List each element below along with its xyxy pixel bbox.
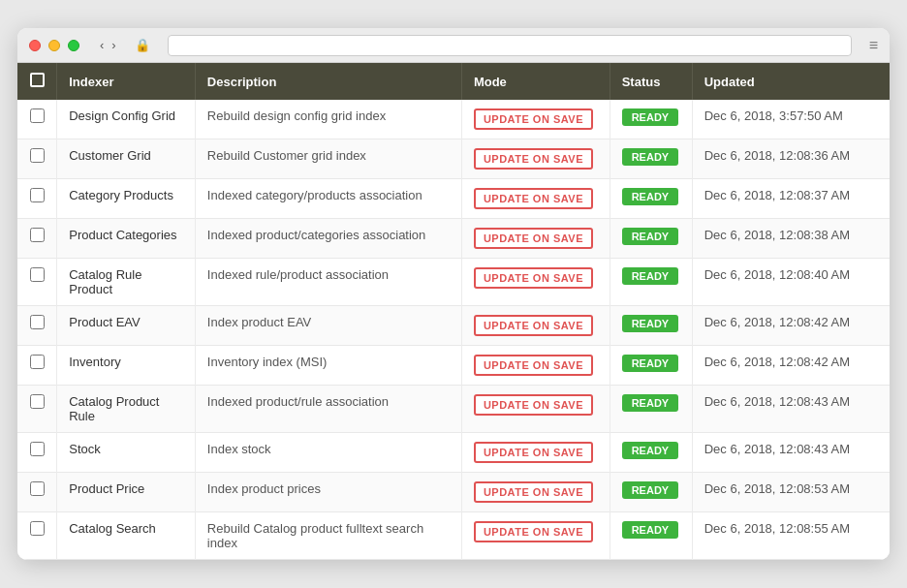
mode-badge: UPDATE ON SAVE	[474, 228, 593, 249]
table-row: Catalog Search Rebuild Catalog product f…	[17, 512, 890, 560]
select-all-header[interactable]	[17, 63, 57, 100]
col-status: Status	[610, 63, 692, 100]
row-checkbox[interactable]	[30, 188, 45, 202]
indexer-description: Index product EAV	[195, 306, 461, 346]
status-cell: READY	[610, 512, 692, 560]
row-checkbox[interactable]	[30, 521, 45, 536]
row-checkbox[interactable]	[30, 228, 45, 242]
updated-cell: Dec 6, 2018, 12:08:53 AM	[692, 473, 890, 512]
mode-badge: UPDATE ON SAVE	[474, 355, 593, 376]
back-button[interactable]: ‹	[97, 38, 107, 52]
titlebar: ‹ › 🔒 ≡	[17, 28, 890, 63]
table-row: Product EAV Index product EAV UPDATE ON …	[17, 306, 890, 346]
row-checkbox-cell[interactable]	[17, 433, 57, 473]
row-checkbox[interactable]	[30, 267, 45, 282]
updated-cell: Dec 6, 2018, 12:08:43 AM	[692, 433, 890, 473]
table-row: Catalog Rule Product Indexed rule/produc…	[17, 259, 890, 306]
status-badge: READY	[622, 228, 679, 245]
row-checkbox-cell[interactable]	[17, 473, 57, 512]
mode-badge: UPDATE ON SAVE	[474, 148, 593, 170]
indexer-name: Design Config Grid	[57, 100, 196, 139]
row-checkbox-cell[interactable]	[17, 139, 57, 179]
maximize-button[interactable]	[68, 40, 79, 51]
indexer-description: Indexed product/rule association	[195, 386, 461, 433]
status-badge: READY	[622, 315, 679, 332]
mode-badge: UPDATE ON SAVE	[474, 267, 593, 289]
status-badge: READY	[622, 267, 679, 285]
row-checkbox[interactable]	[30, 108, 45, 123]
mode-cell: UPDATE ON SAVE	[461, 512, 610, 560]
row-checkbox-cell[interactable]	[17, 259, 57, 306]
indexer-description: Index stock	[195, 433, 461, 473]
status-cell: READY	[610, 473, 692, 512]
col-description: Description	[195, 63, 461, 100]
table-row: Customer Grid Rebuild Customer grid inde…	[17, 139, 890, 179]
indexer-description: Indexed category/products association	[195, 179, 461, 219]
status-cell: READY	[610, 386, 692, 433]
table-row: Product Price Index product prices UPDAT…	[17, 473, 890, 512]
table-row: Design Config Grid Rebuild design config…	[17, 100, 890, 139]
minimize-button[interactable]	[48, 40, 60, 51]
row-checkbox-cell[interactable]	[17, 100, 57, 139]
address-bar[interactable]	[168, 35, 852, 56]
row-checkbox-cell[interactable]	[17, 346, 57, 386]
indexer-name: Stock	[57, 433, 196, 473]
nav-buttons: ‹ ›	[97, 38, 119, 52]
table-row: Catalog Product Rule Indexed product/rul…	[17, 386, 890, 433]
close-button[interactable]	[29, 40, 41, 51]
mode-cell: UPDATE ON SAVE	[461, 259, 610, 306]
main-window: ‹ › 🔒 ≡ Indexer Description Mode Status …	[17, 28, 890, 560]
status-cell: READY	[610, 219, 692, 259]
mode-badge: UPDATE ON SAVE	[474, 188, 593, 209]
indexer-name: Catalog Search	[57, 512, 196, 560]
indexer-name: Product EAV	[57, 306, 196, 346]
row-checkbox-cell[interactable]	[17, 179, 57, 219]
mode-cell: UPDATE ON SAVE	[461, 473, 610, 512]
row-checkbox[interactable]	[30, 394, 45, 409]
status-cell: READY	[610, 306, 692, 346]
table-header-row: Indexer Description Mode Status Updated	[17, 63, 890, 100]
col-indexer: Indexer	[57, 63, 196, 100]
updated-cell: Dec 6, 2018, 12:08:40 AM	[692, 259, 890, 306]
indexer-description: Inventory index (MSI)	[195, 346, 461, 386]
status-cell: READY	[610, 346, 692, 386]
mode-badge: UPDATE ON SAVE	[474, 108, 593, 130]
indexer-description: Rebuild Customer grid index	[195, 139, 461, 179]
status-cell: READY	[610, 433, 692, 473]
indexer-name: Customer Grid	[57, 139, 196, 179]
status-badge: READY	[622, 481, 679, 499]
col-updated: Updated	[692, 63, 890, 100]
row-checkbox[interactable]	[30, 442, 45, 456]
updated-cell: Dec 6, 2018, 12:08:36 AM	[692, 139, 890, 179]
table-row: Category Products Indexed category/produ…	[17, 179, 890, 219]
menu-icon[interactable]: ≡	[869, 37, 878, 54]
status-cell: READY	[610, 179, 692, 219]
status-cell: READY	[610, 100, 692, 139]
updated-cell: Dec 6, 2018, 12:08:55 AM	[692, 512, 890, 560]
row-checkbox-cell[interactable]	[17, 306, 57, 346]
row-checkbox[interactable]	[30, 355, 45, 369]
row-checkbox-cell[interactable]	[17, 219, 57, 259]
updated-cell: Dec 6, 2018, 12:08:43 AM	[692, 386, 890, 433]
mode-cell: UPDATE ON SAVE	[461, 386, 610, 433]
indexer-name: Product Price	[57, 473, 196, 512]
row-checkbox[interactable]	[30, 481, 45, 496]
indexer-description: Rebuild design config grid index	[195, 100, 461, 139]
select-all-checkbox[interactable]	[30, 73, 45, 87]
status-cell: READY	[610, 139, 692, 179]
row-checkbox-cell[interactable]	[17, 386, 57, 433]
updated-cell: Dec 6, 2018, 3:57:50 AM	[692, 100, 890, 139]
mode-badge: UPDATE ON SAVE	[474, 521, 593, 542]
status-badge: READY	[622, 521, 679, 539]
row-checkbox-cell[interactable]	[17, 512, 57, 560]
row-checkbox[interactable]	[30, 315, 45, 329]
row-checkbox[interactable]	[30, 148, 45, 163]
lock-icon: 🔒	[135, 38, 150, 52]
status-badge: READY	[622, 188, 679, 205]
mode-cell: UPDATE ON SAVE	[461, 179, 610, 219]
forward-button[interactable]: ›	[109, 38, 118, 52]
status-badge: READY	[622, 394, 679, 412]
mode-badge: UPDATE ON SAVE	[474, 481, 593, 503]
status-badge: READY	[622, 108, 679, 126]
indexer-description: Indexed product/categories association	[195, 219, 461, 259]
